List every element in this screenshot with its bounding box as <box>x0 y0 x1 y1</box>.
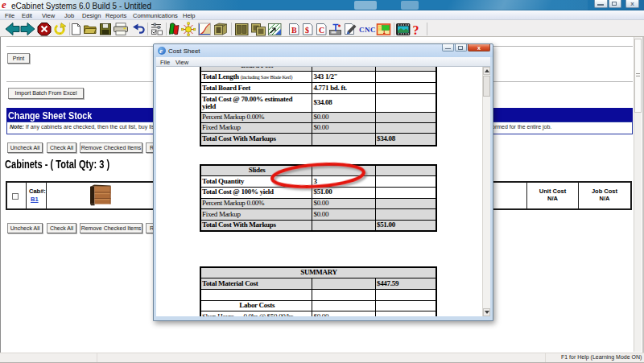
svg-text:?: ? <box>413 23 419 37</box>
svg-text:CNC: CNC <box>359 26 376 34</box>
svg-text:$: $ <box>305 26 309 35</box>
svg-text:C: C <box>319 26 324 35</box>
svg-text:B: B <box>291 26 297 35</box>
